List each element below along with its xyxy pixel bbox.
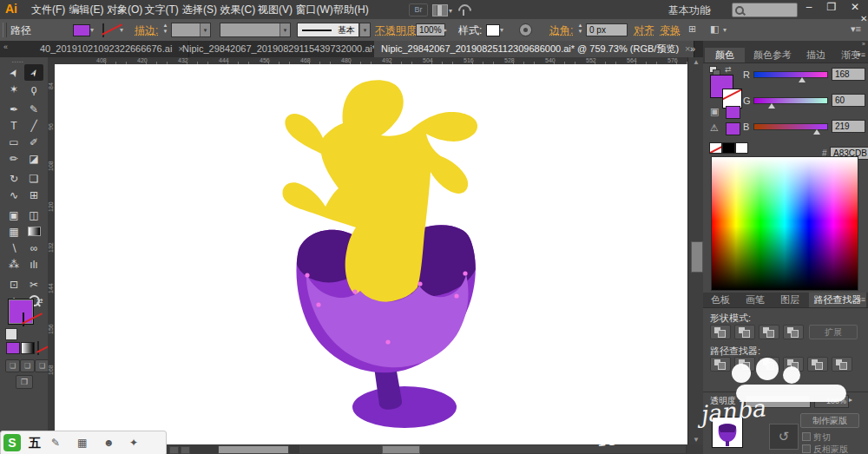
swap-colors-icon[interactable]: ⇄ [725, 65, 732, 74]
channel-thumb-G[interactable] [768, 103, 775, 109]
draw-normal-mode-icon[interactable]: ❏ [5, 359, 20, 372]
channel-slider-R[interactable] [753, 71, 828, 78]
vertical-scrollbar[interactable]: ▲ ▼ [687, 57, 704, 444]
style-swatch[interactable] [486, 24, 500, 36]
document-tab-0[interactable]: 40_20191021092322666676.ai× [33, 41, 189, 57]
menu-item-4[interactable]: 选择(S) [179, 0, 220, 19]
column-graph-tool[interactable]: ılı [24, 256, 43, 273]
ime-icon-3[interactable]: ✦ [129, 437, 138, 449]
white-swatch[interactable] [735, 142, 748, 154]
fill-swatch-caret[interactable]: ▾ [90, 26, 94, 34]
gradient-tool[interactable] [24, 223, 43, 240]
stroke-weight-combo[interactable]: ▾ [171, 23, 211, 37]
pen-tool[interactable]: ✒ [4, 101, 23, 117]
style-caret[interactable]: ▾ [500, 26, 503, 34]
ime-logo[interactable]: S [3, 434, 21, 451]
align-link[interactable]: 对齐 [634, 23, 654, 38]
eyedropper-tool[interactable]: ∖ [4, 240, 23, 256]
channel-value-G[interactable]: 60 [832, 94, 865, 107]
shape-builder-tool[interactable]: ▣ [4, 207, 23, 223]
corner-field[interactable]: 0 px [586, 23, 628, 36]
color-spectrum[interactable] [711, 156, 858, 291]
fill-color-swatch[interactable] [73, 24, 90, 36]
channel-thumb-R[interactable] [799, 77, 806, 82]
minimize-button[interactable]: – [800, 1, 818, 13]
web-color-chip[interactable] [726, 122, 740, 135]
object-thumbnail[interactable] [712, 417, 743, 448]
color-tab-2[interactable]: 描边 [800, 48, 832, 63]
document-tab-1[interactable]: Nipic_29842067_20190829115439732000.ai*× [175, 41, 388, 57]
scroll-down-icon[interactable]: ▼ [688, 436, 704, 444]
channel-slider-G[interactable] [753, 97, 828, 104]
input-method-bar[interactable]: S 五 ✎▦☻✦ [0, 431, 167, 454]
ime-icon-0[interactable]: ✎ [51, 437, 60, 449]
rotate-tool[interactable]: ↻ [4, 170, 23, 187]
type-tool[interactable]: T [4, 117, 23, 134]
pencil-tool[interactable]: ✏ [4, 150, 23, 167]
out-of-web-warning-icon[interactable]: ⚠ [710, 122, 719, 134]
menu-item-0[interactable]: 文件(F) [28, 0, 69, 19]
anchor-point[interactable] [305, 273, 309, 277]
anchor-point[interactable] [385, 339, 390, 344]
channel-thumb-B[interactable] [813, 129, 820, 135]
mask-slot[interactable]: ↺ [769, 424, 799, 450]
menu-item-5[interactable]: 效果(C) [217, 0, 260, 19]
left-dock-collapse-icon[interactable]: ‹‹ [3, 43, 7, 51]
channel-value-R[interactable]: 168 [832, 68, 865, 81]
bridge-button[interactable]: Br [409, 3, 428, 16]
swap-fill-stroke-icon[interactable]: ⇄ [36, 297, 43, 306]
stroke-swatch-caret[interactable]: ▾ [120, 26, 123, 34]
select-similar-icon[interactable]: ◧ [710, 23, 719, 35]
workspace-caret[interactable]: ▾ [707, 7, 711, 15]
slice-tool[interactable]: ✂ [24, 276, 43, 293]
none-mode-swatch[interactable] [37, 341, 39, 355]
menu-item-2[interactable]: 对象(O) [103, 0, 146, 19]
opacity-caret[interactable]: ▸ [444, 26, 447, 34]
rectangle-tool[interactable]: ▭ [4, 134, 23, 150]
stroke-link[interactable]: 描边: [135, 23, 158, 38]
default-fill-stroke-icon[interactable] [5, 328, 17, 340]
vertical-scroll-thumb[interactable] [691, 241, 703, 273]
channel-slider-B[interactable] [753, 123, 828, 130]
horizontal-scroll-thumb[interactable] [382, 445, 420, 454]
status-icon-1[interactable] [169, 446, 179, 454]
invert-mask-checkbox[interactable] [802, 444, 811, 453]
document-close-icon[interactable]: ✕ [860, 14, 867, 23]
curvature-tool[interactable]: ✎ [24, 101, 43, 117]
paintbrush-tool[interactable]: ✐ [24, 134, 43, 150]
screen-mode-icon[interactable]: ❐ [16, 375, 33, 389]
anchor-point[interactable] [418, 281, 422, 286]
cs-live-icon[interactable] [457, 3, 470, 16]
stroke-color-swatch[interactable] [102, 23, 104, 37]
line-segment-tool[interactable]: ╱ [24, 117, 43, 134]
ime-mode-label[interactable]: 五 [29, 436, 41, 451]
pathfinder-tab-0[interactable]: 色板 [705, 293, 736, 307]
crop-button[interactable] [783, 357, 804, 372]
minus-back-button[interactable] [832, 357, 852, 372]
pathfinder-tab-2[interactable]: 图层 [774, 293, 806, 307]
stroke-weight-stepper[interactable]: ▲▼ [161, 23, 169, 36]
draw-behind-mode-icon[interactable]: ❏ [20, 359, 35, 372]
lasso-tool[interactable]: ϙ [24, 81, 43, 97]
anchor-point[interactable] [316, 302, 320, 306]
pathfinder-tab-1[interactable]: 画笔 [740, 293, 771, 307]
status-zoom-combo[interactable] [218, 445, 289, 454]
merge-button[interactable] [759, 357, 779, 372]
isolate-selection-icon[interactable]: ⊞ [688, 23, 696, 35]
toolbar-stroke-swatch[interactable] [23, 313, 24, 326]
out-of-gamut-cube-icon[interactable]: ▣ [710, 106, 719, 117]
recolor-artwork-icon[interactable] [519, 23, 532, 36]
expand-button[interactable]: 扩展 [809, 325, 858, 339]
ime-icon-2[interactable]: ☻ [103, 437, 115, 449]
status-icon-2[interactable] [181, 446, 190, 454]
artboard-canvas[interactable] [55, 64, 687, 444]
control-panel-menu-icon[interactable]: ▾≡ [851, 23, 861, 35]
menu-item-6[interactable]: 视图(V) [254, 0, 296, 19]
dock-collapse-icon[interactable]: ›› [703, 41, 868, 48]
color-panel-menu-icon[interactable]: ▾≡ [857, 50, 865, 59]
brush-definition-caret[interactable]: ▾ [358, 23, 371, 37]
direct-selection-tool[interactable]: ➢ [24, 64, 43, 81]
blend-tool[interactable]: ∞ [24, 240, 43, 256]
corner-link[interactable]: 边角: [549, 23, 573, 38]
select-similar-caret[interactable]: ▾ [723, 26, 727, 34]
